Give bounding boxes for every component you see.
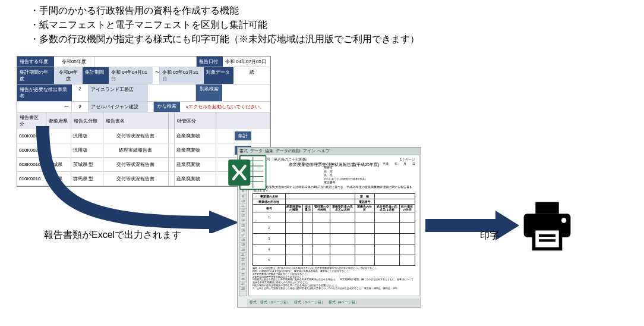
- sheet-tab[interactable]: 様式（3ページ目）: [294, 300, 324, 306]
- value-period-year: 令和04年度: [54, 67, 83, 84]
- sheet-tab[interactable]: 様式（2ページ目）: [260, 300, 291, 306]
- sheet-pageinfo: 1 / ページ: [400, 158, 415, 162]
- label-businesses: 報告が必要な排出事業者: [17, 84, 72, 101]
- excel-sheet: 様式第三号（第八条の二十七関係） 1 / ページ 産業廃棄物管理票交付等状況報告…: [248, 155, 419, 296]
- btn-alias-search[interactable]: 別名検索: [196, 84, 222, 101]
- biz-to-code: 9: [72, 102, 89, 112]
- label-period: 集計期間: [83, 67, 109, 84]
- value-period-to: 令和 05年03月31日: [160, 67, 204, 84]
- value-target-data: 紙: [233, 67, 270, 84]
- caption-print: 印字: [480, 230, 499, 242]
- bullet-2: ・紙マニフェストと電子マニフェストを区別し集計可能: [30, 18, 419, 32]
- period-tilde: 〜: [153, 67, 160, 84]
- biz-tilde: 〜: [17, 102, 72, 112]
- value-report-year: 令和05年度: [54, 57, 94, 67]
- reporter-block: 報告者 住 所 氏 名 (法人にあっては名称及び代表者の氏名) 電話番号: [324, 165, 415, 184]
- btn-kana-search[interactable]: かな検索: [154, 102, 180, 112]
- bullet-3: ・多数の行政機関が指定する様式にも印字可能（※未対応地域は汎用版でご利用できます…: [30, 32, 419, 46]
- bullet-1: ・手間のかかる行政報告用の資料を作成する機能: [30, 4, 419, 18]
- label-target-data: 対象データ: [204, 67, 233, 84]
- svg-marker-0: [209, 211, 239, 233]
- biz-to-name: アゼルバイジャン建設: [89, 102, 148, 112]
- excel-sheet-tabs: 様式 様式（2ページ目） 様式（3ページ目） 様式（4ページ目）: [247, 299, 421, 307]
- svg-marker-10: [495, 211, 519, 240]
- biz-from-name: アイスランド工務店: [89, 84, 148, 101]
- biz-from-code: 2: [72, 84, 89, 101]
- svg-rect-14: [534, 229, 561, 249]
- report-form-table: 事業場の名称業 種 事業場の所在地電話番号 番号 産業廃棄物の種類 排出量(t)…: [252, 193, 415, 266]
- flow-arrow-1: [33, 126, 241, 233]
- label-period-year: 集計期間の年度: [17, 67, 54, 84]
- excel-warning: ×エクセルを起動しないでください。: [180, 102, 270, 112]
- value-period-from: 令和 04年04月01日: [109, 67, 153, 84]
- svg-rect-11: [535, 202, 558, 214]
- notes-block: 備考 1 この報告書は、前年4月1日から3月31日までにおける産業廃棄物管理票の…: [252, 267, 415, 290]
- sheet-tab[interactable]: 様式（4ページ目）: [329, 300, 359, 306]
- value-report-date: 令和 04年07月05日: [223, 57, 270, 67]
- printer-icon: [520, 199, 574, 252]
- caption-excel-output: 報告書類がExcelで出力されます: [44, 229, 181, 242]
- flow-arrow-2: [425, 211, 520, 240]
- label-report-date: 報告日付: [197, 57, 223, 67]
- label-report-year: 報告する年度: [17, 57, 54, 67]
- sheet-body-text: 廃棄物の処理及び清掃に関する法律第12条の3第7項の規定に基づき、平成24年度の…: [254, 185, 414, 192]
- svg-point-13: [561, 218, 566, 222]
- sheet-tab[interactable]: 様式: [250, 300, 257, 306]
- excel-icon: [227, 152, 269, 193]
